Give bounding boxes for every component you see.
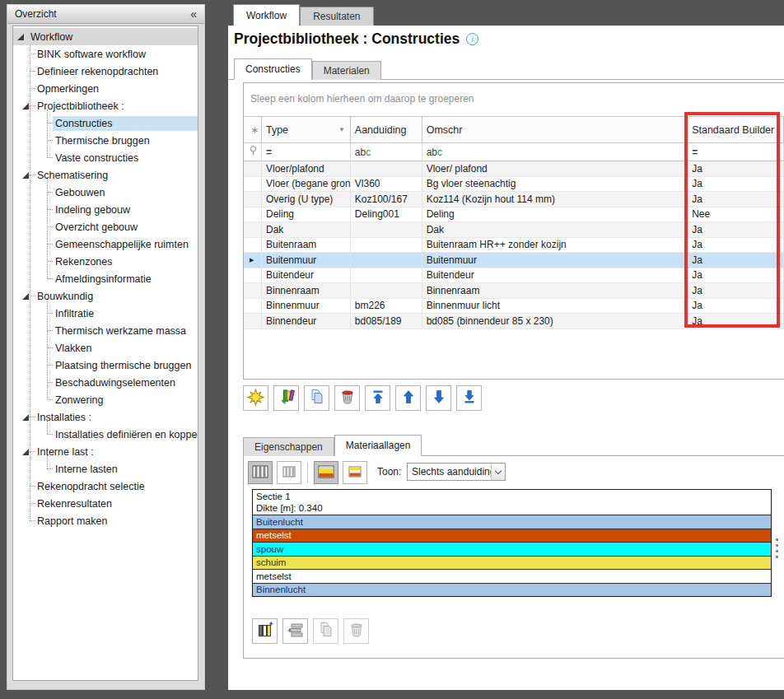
material-layer-schuim[interactable]: schuim: [253, 556, 771, 570]
toon-dropdown[interactable]: Slechts aanduiding: [407, 463, 506, 481]
tree-expander-icon[interactable]: [22, 172, 29, 179]
material-layer-spouw[interactable]: spouw: [253, 542, 771, 556]
sidebar-item-rekenzones[interactable]: Rekenzones: [13, 253, 198, 270]
sidebar-item-opmerkingen[interactable]: Opmerkingen: [13, 80, 198, 97]
column-header-omschr[interactable]: Omschr: [422, 117, 688, 142]
cell-type[interactable]: Vloer/plafond: [262, 161, 351, 176]
sidebar-item-definieer-rekenopdrachten[interactable]: Definieer rekenopdrachten: [13, 63, 198, 80]
move-top-button[interactable]: [365, 385, 390, 411]
cell-omschr[interactable]: Buitenraam HR++ zonder kozijn: [422, 238, 688, 253]
move-down-button[interactable]: [426, 385, 451, 411]
cell-type[interactable]: Buitendeur: [262, 268, 351, 283]
sidebar-item-interne-lasten[interactable]: Interne lasten: [13, 460, 198, 478]
sidebar-item-gemeenschappelijke-ruimten[interactable]: Gemeenschappelijke ruimten: [13, 235, 198, 253]
sidebar-item-beschaduwingselementen[interactable]: Beschaduwingselementen: [13, 374, 198, 391]
sidebar-item-infiltratie[interactable]: Infiltratie: [13, 305, 198, 322]
cell-type[interactable]: Binnenraam: [262, 283, 351, 298]
sidebar-item-vlakken[interactable]: Vlakken: [13, 339, 198, 356]
material-layer-binnenlucht[interactable]: Binnenlucht: [253, 583, 771, 597]
tree-expander-icon[interactable]: [17, 34, 24, 40]
cell-aanduiding[interactable]: bm226: [351, 299, 422, 314]
sidebar-item-interne-last[interactable]: Interne last :: [13, 443, 198, 460]
cell-standaard[interactable]: Ja: [688, 283, 778, 298]
cell-aanduiding[interactable]: Deling001: [351, 207, 422, 222]
filter-cell[interactable]: abc: [422, 143, 688, 161]
table-row[interactable]: DakDakJa: [244, 222, 784, 238]
material-layer-metselst[interactable]: metselst: [253, 529, 771, 543]
cell-aanduiding[interactable]: Koz100/167: [351, 192, 422, 207]
chevron-down-icon[interactable]: [491, 464, 505, 480]
info-icon[interactable]: i: [466, 33, 478, 45]
sidebar-item-rekenresultaten[interactable]: Rekenresultaten: [13, 495, 198, 512]
cell-type[interactable]: Overig (U type): [262, 192, 351, 207]
delete-construction-button[interactable]: [334, 385, 360, 411]
cell-aanduiding[interactable]: Vl360: [351, 177, 422, 192]
table-row[interactable]: Binnenmuurbm226Binnenmuur lichtJa: [244, 299, 784, 315]
arrange-sections-button[interactable]: [282, 618, 308, 644]
cell-type[interactable]: Binnenmuur: [262, 299, 351, 314]
collapse-panel-button[interactable]: «: [190, 8, 197, 20]
sidebar-item-bouwkundig[interactable]: Bouwkundig: [13, 287, 198, 305]
view-vertical-sections-large-button[interactable]: [248, 461, 273, 484]
cell-omschr[interactable]: bd085 (binnendeur 85 x 230): [422, 314, 688, 329]
sidebar-item-vaste-constructies[interactable]: Vaste constructies: [13, 149, 198, 166]
table-row[interactable]: ▶BuitenmuurBuitenmuurJa: [244, 253, 784, 268]
sidebar-item-rekenopdracht-selectie[interactable]: Rekenopdracht selectie: [13, 478, 198, 495]
cell-aanduiding[interactable]: [351, 161, 422, 176]
cell-omschr[interactable]: Binnenraam: [422, 283, 688, 298]
cell-standaard[interactable]: Ja: [688, 192, 778, 207]
material-layer-metselst[interactable]: metselst: [253, 569, 771, 583]
cell-standaard[interactable]: Ja: [688, 299, 778, 314]
cell-type[interactable]: Deling: [262, 207, 351, 222]
cell-omschr[interactable]: Bg vloer steenachtig: [422, 177, 688, 192]
sidebar-item-bink-software-workflow[interactable]: BINK software workflow: [13, 45, 198, 63]
sidebar-item-overzicht-gebouw[interactable]: Overzicht gebouw: [13, 218, 198, 235]
cell-standaard[interactable]: Ja: [688, 314, 778, 329]
cell-aanduiding[interactable]: [351, 238, 422, 253]
cell-standaard[interactable]: Ja: [688, 253, 778, 268]
table-row[interactable]: BinnenraamBinnenraamJa: [244, 283, 784, 299]
filter-cell[interactable]: =: [262, 143, 351, 161]
move-bottom-button[interactable]: [456, 385, 482, 411]
cell-omschr[interactable]: Buitendeur: [422, 268, 688, 283]
sidebar-item-gebouwen[interactable]: Gebouwen: [13, 184, 198, 201]
table-row[interactable]: Binnendeurbd085/189bd085 (binnendeur 85 …: [244, 314, 784, 329]
column-header-standaard-builder[interactable]: Standaard Builder: [688, 117, 778, 142]
move-up-button[interactable]: [395, 385, 421, 411]
copy-construction-button[interactable]: [304, 385, 329, 411]
table-row[interactable]: BuitendeurBuitendeurJa: [244, 268, 784, 284]
view-horizontal-layers-small-button[interactable]: [343, 461, 367, 484]
column-header-aanduiding[interactable]: Aanduiding: [351, 117, 422, 142]
cell-omschr[interactable]: Vloer/ plafond: [422, 161, 688, 176]
add-layer-button[interactable]: [252, 618, 278, 644]
sidebar-item-thermisch-werkzame-massa[interactable]: Thermisch werkzame massa: [13, 322, 198, 339]
cell-aanduiding[interactable]: bd085/189: [351, 314, 422, 329]
tab-resultaten[interactable]: Resultaten: [300, 7, 373, 26]
column-header-type[interactable]: Type▼: [262, 117, 351, 142]
sidebar-item-rapport-maken[interactable]: Rapport maken: [13, 512, 198, 529]
tab-workflow[interactable]: Workflow: [233, 4, 300, 26]
cell-aanduiding[interactable]: [351, 253, 422, 268]
sidebar-item-afmeldingsinformatie[interactable]: Afmeldingsinformatie: [13, 270, 198, 287]
filter-cell[interactable]: =: [688, 143, 778, 161]
tab-materialen[interactable]: Materialen: [312, 61, 381, 80]
table-row[interactable]: Overig (U type)Koz100/167Koz114 (Kozijn …: [244, 192, 784, 207]
view-vertical-sections-small-button[interactable]: [277, 461, 301, 484]
sidebar-item-workflow[interactable]: Workflow: [13, 28, 198, 45]
cell-aanduiding[interactable]: [351, 283, 422, 298]
material-layer-buitenlucht[interactable]: Buitenlucht: [253, 515, 771, 529]
cell-omschr[interactable]: Buitenmuur: [422, 253, 688, 268]
cell-standaard[interactable]: Nee: [688, 207, 778, 222]
table-row[interactable]: BuitenraamBuitenraam HR++ zonder kozijnJ…: [244, 238, 784, 254]
cell-standaard[interactable]: Ja: [688, 268, 778, 283]
splitter-handle[interactable]: [776, 538, 778, 558]
cell-omschr[interactable]: Deling: [422, 207, 688, 222]
cell-type[interactable]: Vloer (begane grond): [262, 177, 351, 192]
cell-omschr[interactable]: Dak: [422, 222, 688, 237]
sidebar-item-installaties-defini-ren-en-koppelen[interactable]: Installaties definiëren en koppelen: [13, 426, 198, 443]
tab-eigenschappen[interactable]: Eigenschappen: [243, 437, 334, 456]
tree-expander-icon[interactable]: [22, 103, 29, 110]
table-row[interactable]: DelingDeling001DelingNee: [244, 207, 784, 223]
sidebar-item-thermische-bruggen[interactable]: Thermische bruggen: [13, 132, 198, 149]
table-row[interactable]: Vloer/plafondVloer/ plafondJa: [244, 161, 784, 177]
